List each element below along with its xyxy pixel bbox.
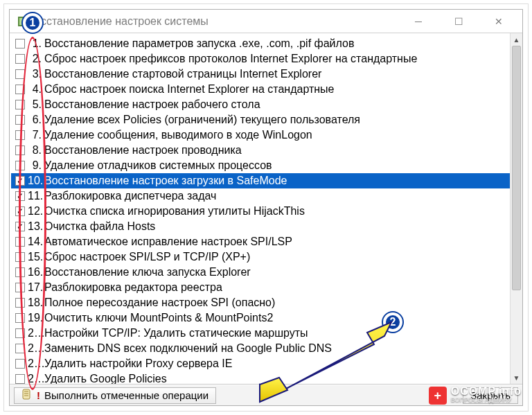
item-label: Полное пересоздание настроек SPI (опасно… bbox=[43, 295, 275, 310]
checkbox[interactable] bbox=[15, 328, 25, 338]
checkbox[interactable] bbox=[15, 298, 25, 308]
item-label: Сброс настроек префиксов протоколов Inte… bbox=[43, 51, 417, 67]
item-number: 5. bbox=[28, 97, 43, 112]
checkbox[interactable]: ✓ bbox=[15, 222, 25, 231]
item-label: Удалить настройки Proxy сервера IE bbox=[43, 356, 232, 371]
list-item[interactable]: 2…Удалить настройки Proxy сервера IE bbox=[11, 356, 522, 371]
item-number: 2… bbox=[28, 341, 43, 356]
svg-rect-2 bbox=[23, 389, 30, 399]
list-item[interactable]: ✓13.Очистка файла Hosts bbox=[11, 219, 522, 234]
item-label: Автоматическое исправление настроек SPI/… bbox=[43, 234, 292, 249]
options-list: 1.Восстановление параметров запуска .exe… bbox=[10, 33, 522, 385]
checkbox[interactable] bbox=[15, 69, 25, 79]
checkbox[interactable] bbox=[15, 374, 25, 384]
list-item[interactable]: 2…Удалить Google Policies bbox=[11, 371, 522, 384]
bottom-toolbar: ! Выполнить отмеченные операции Закрыть bbox=[10, 385, 522, 405]
execute-button[interactable]: ! Выполнить отмеченные операции bbox=[14, 387, 216, 404]
item-label: Очистка файла Hosts bbox=[43, 219, 155, 234]
checkbox[interactable] bbox=[15, 359, 25, 369]
list-item[interactable]: 2…Настройки TCP/IP: Удалить статические … bbox=[11, 326, 522, 341]
maximize-button[interactable]: ☐ bbox=[445, 12, 472, 31]
item-label: Удаление всех Policies (ограничений) тек… bbox=[43, 112, 360, 127]
vertical-scrollbar[interactable]: ▲ ▼ bbox=[510, 33, 522, 384]
list-item[interactable]: 15.Сброс настроек SPI/LSP и TCP/IP (XP+) bbox=[11, 249, 522, 265]
item-number: 18. bbox=[28, 295, 43, 310]
item-label: Сброс настроек SPI/LSP и TCP/IP (XP+) bbox=[43, 249, 250, 265]
list-item[interactable]: 19.Очистить ключи MountPoints & MountPoi… bbox=[11, 310, 522, 326]
list-item[interactable]: 1.Восстановление параметров запуска .exe… bbox=[11, 36, 522, 51]
scrollbar-thumb[interactable] bbox=[512, 46, 521, 290]
item-label: Удаление сообщения, выводимого в ходе Wi… bbox=[43, 127, 312, 143]
item-number: 10. bbox=[28, 173, 43, 188]
list-item[interactable]: 3.Восстановление стартовой страницы Inte… bbox=[11, 67, 522, 82]
list-item[interactable]: 16.Восстановление ключа запуска Explorer bbox=[11, 265, 522, 280]
checkbox[interactable] bbox=[15, 267, 25, 277]
list-item[interactable]: 9.Удаление отладчиков системных процессо… bbox=[11, 158, 522, 173]
item-number: 19. bbox=[28, 310, 43, 326]
item-label: Восстановление настроек проводника bbox=[43, 143, 242, 158]
item-number: 17. bbox=[28, 280, 43, 295]
checkbox[interactable]: ✓ bbox=[15, 176, 25, 186]
list-item[interactable]: ✓10.Восстановление настроек загрузки в S… bbox=[11, 173, 522, 188]
checkbox[interactable] bbox=[15, 145, 25, 155]
item-number: 9. bbox=[28, 158, 43, 173]
checkbox[interactable] bbox=[15, 161, 25, 170]
item-number: 6. bbox=[28, 112, 43, 127]
list-item[interactable]: 7.Удаление сообщения, выводимого в ходе … bbox=[11, 127, 522, 143]
checkbox[interactable] bbox=[15, 85, 25, 94]
item-label: Очистка списка игнорирования утилиты Hij… bbox=[43, 204, 305, 219]
titlebar: осстановление настроек системы ─ ☐ ✕ bbox=[10, 10, 522, 33]
checkbox[interactable] bbox=[15, 252, 25, 262]
checkbox[interactable] bbox=[15, 39, 25, 48]
item-label: Восстановление настроек рабочего стола bbox=[43, 97, 260, 112]
list-item[interactable]: 4.Сброс настроек поиска Internet Explore… bbox=[11, 82, 522, 97]
close-button[interactable]: Закрыть bbox=[463, 387, 518, 404]
item-label: Разблокировка редактора реестра bbox=[43, 280, 222, 295]
checkbox[interactable] bbox=[15, 130, 25, 140]
list-item[interactable]: 5.Восстановление настроек рабочего стола bbox=[11, 97, 522, 112]
minimize-button[interactable]: ─ bbox=[405, 12, 432, 31]
close-window-button[interactable]: ✕ bbox=[485, 12, 513, 31]
checkbox[interactable] bbox=[15, 283, 25, 292]
list-item[interactable]: 6.Удаление всех Policies (ограничений) т… bbox=[11, 112, 522, 127]
checkbox[interactable] bbox=[15, 237, 25, 247]
item-label: Удаление отладчиков системных процессов bbox=[43, 158, 272, 173]
list-item[interactable]: 17.Разблокировка редактора реестра bbox=[11, 280, 522, 295]
item-number: 14. bbox=[28, 234, 43, 249]
list-item[interactable]: 18.Полное пересоздание настроек SPI (опа… bbox=[11, 295, 522, 310]
item-number: 7. bbox=[28, 127, 43, 143]
checkbox[interactable] bbox=[15, 313, 25, 323]
item-label: Разблокировка диспетчера задач bbox=[43, 188, 216, 204]
list-item[interactable]: ✓11.Разблокировка диспетчера задач bbox=[11, 188, 522, 204]
list-item[interactable]: 2…Заменить DNS всех подключений на Googl… bbox=[11, 341, 522, 356]
list-item[interactable]: 14.Автоматическое исправление настроек S… bbox=[11, 234, 522, 249]
list-item[interactable]: ✓12.Очистка списка игнорирования утилиты… bbox=[11, 204, 522, 219]
window-title: осстановление настроек системы bbox=[35, 15, 209, 28]
item-label: Очистить ключи MountPoints & MountPoints… bbox=[43, 310, 273, 326]
checkbox[interactable] bbox=[15, 115, 25, 125]
checkbox[interactable] bbox=[15, 100, 25, 109]
execute-button-label: Выполнить отмеченные операции bbox=[44, 389, 209, 401]
checkbox[interactable]: ✓ bbox=[15, 206, 25, 216]
item-number: 3. bbox=[28, 67, 43, 82]
list-item[interactable]: 2.Сброс настроек префиксов протоколов In… bbox=[11, 51, 522, 67]
scroll-down-icon[interactable]: ▼ bbox=[511, 371, 522, 384]
checkbox[interactable] bbox=[15, 344, 25, 353]
item-number: 2… bbox=[28, 326, 43, 341]
script-icon bbox=[21, 389, 33, 402]
item-number: 4. bbox=[28, 82, 43, 97]
item-number: 16. bbox=[28, 265, 43, 280]
close-button-label: Закрыть bbox=[470, 389, 511, 401]
item-number: 2. bbox=[28, 51, 43, 67]
scroll-up-icon[interactable]: ▲ bbox=[511, 33, 522, 46]
item-number: 8. bbox=[28, 143, 43, 158]
item-label: Восстановление стартовой страницы Intern… bbox=[43, 67, 321, 82]
item-number: 12. bbox=[28, 204, 43, 219]
item-number: 1. bbox=[28, 36, 43, 51]
list-item[interactable]: 8.Восстановление настроек проводника bbox=[11, 143, 522, 158]
bolt-icon: ! bbox=[37, 389, 40, 401]
item-number: 13. bbox=[28, 219, 43, 234]
checkbox[interactable] bbox=[15, 54, 25, 64]
checkbox[interactable]: ✓ bbox=[15, 191, 25, 201]
item-number: 15. bbox=[28, 249, 43, 265]
